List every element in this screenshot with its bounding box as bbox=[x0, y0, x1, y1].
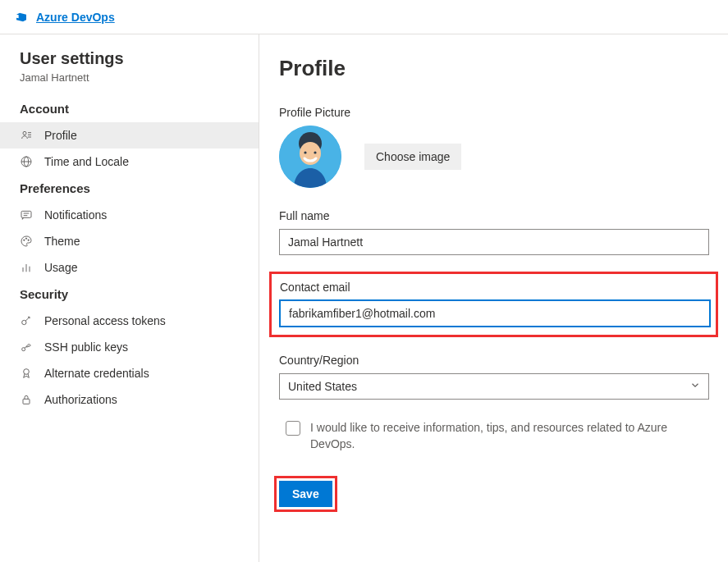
contact-email-input[interactable] bbox=[280, 300, 710, 327]
sidebar-item-label: Theme bbox=[44, 235, 80, 248]
sidebar-item-usage[interactable]: Usage bbox=[0, 254, 259, 281]
key-icon bbox=[20, 314, 33, 327]
sidebar-section-preferences: Preferences bbox=[0, 175, 259, 202]
contact-email-highlight: Contact email bbox=[269, 272, 718, 337]
svg-point-12 bbox=[28, 240, 29, 240]
country-region-label: Country/Region bbox=[279, 354, 713, 367]
profile-icon bbox=[20, 129, 33, 142]
sidebar-item-label: Notifications bbox=[44, 208, 107, 222]
sidebar-item-label: SSH public keys bbox=[44, 340, 128, 354]
main-content: Profile Profile Picture Choose image bbox=[259, 34, 728, 562]
sidebar-section-security: Security bbox=[0, 281, 259, 308]
badge-icon bbox=[20, 367, 33, 380]
ssh-icon bbox=[20, 340, 33, 354]
save-button[interactable]: Save bbox=[279, 481, 332, 507]
sidebar-item-time-locale[interactable]: Time and Locale bbox=[0, 148, 259, 175]
full-name-label: Full name bbox=[279, 209, 713, 222]
azure-devops-logo-icon bbox=[13, 9, 30, 25]
svg-point-18 bbox=[24, 369, 30, 375]
svg-rect-7 bbox=[21, 211, 31, 217]
svg-point-10 bbox=[24, 240, 25, 240]
sidebar-item-pat[interactable]: Personal access tokens bbox=[0, 308, 259, 334]
svg-point-23 bbox=[314, 151, 316, 153]
marketing-optin-checkbox[interactable] bbox=[286, 421, 300, 436]
country-region-select[interactable]: United States bbox=[279, 373, 709, 400]
page-title: Profile bbox=[279, 56, 713, 81]
sidebar-item-label: Profile bbox=[44, 129, 77, 142]
brand-link[interactable]: Azure DevOps bbox=[13, 9, 115, 25]
save-button-highlight: Save bbox=[274, 476, 337, 512]
sidebar: User settings Jamal Hartnett Account Pro… bbox=[0, 34, 259, 562]
marketing-optin-label[interactable]: I would like to receive information, tip… bbox=[310, 419, 696, 453]
sidebar-item-label: Authorizations bbox=[44, 393, 117, 406]
palette-icon bbox=[20, 235, 33, 248]
globe-icon bbox=[20, 155, 33, 168]
top-bar: Azure DevOps bbox=[0, 0, 728, 34]
sidebar-item-label: Alternate credentials bbox=[44, 367, 149, 380]
chart-icon bbox=[20, 261, 33, 274]
chat-icon bbox=[20, 208, 33, 222]
sidebar-item-notifications[interactable]: Notifications bbox=[0, 202, 259, 228]
svg-point-16 bbox=[22, 320, 26, 324]
contact-email-label: Contact email bbox=[280, 281, 707, 294]
sidebar-item-label: Time and Locale bbox=[44, 155, 129, 168]
full-name-input[interactable] bbox=[279, 229, 709, 255]
svg-point-22 bbox=[304, 151, 306, 153]
sidebar-item-label: Personal access tokens bbox=[44, 314, 166, 327]
svg-point-0 bbox=[23, 131, 26, 135]
sidebar-item-theme[interactable]: Theme bbox=[0, 228, 259, 254]
sidebar-item-ssh[interactable]: SSH public keys bbox=[0, 334, 259, 360]
choose-image-button[interactable]: Choose image bbox=[364, 144, 461, 170]
avatar bbox=[279, 126, 341, 188]
svg-point-11 bbox=[25, 238, 26, 239]
sidebar-item-profile[interactable]: Profile bbox=[0, 122, 259, 148]
sidebar-item-altcred[interactable]: Alternate credentials bbox=[0, 360, 259, 386]
sidebar-section-account: Account bbox=[0, 95, 259, 122]
lock-icon bbox=[20, 393, 33, 406]
svg-rect-19 bbox=[23, 399, 30, 404]
brand-name: Azure DevOps bbox=[36, 11, 115, 24]
profile-picture-label: Profile Picture bbox=[279, 106, 713, 119]
sidebar-username: Jamal Hartnett bbox=[0, 71, 259, 95]
sidebar-item-label: Usage bbox=[44, 261, 77, 274]
sidebar-title: User settings bbox=[0, 49, 259, 71]
sidebar-item-authorizations[interactable]: Authorizations bbox=[0, 386, 259, 413]
